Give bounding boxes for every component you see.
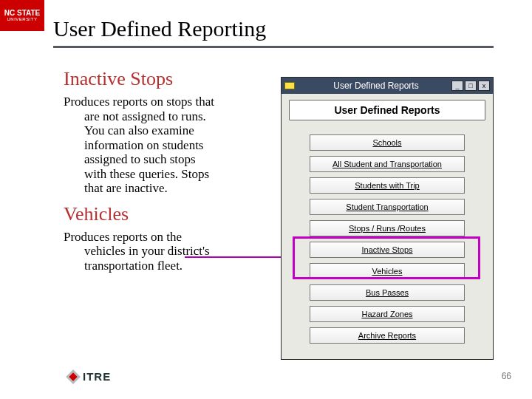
section-body-vehicles: Produces reports on the vehicles in your… <box>64 230 219 273</box>
report-item-hazard-zones[interactable]: Hazard Zones <box>310 306 465 322</box>
window-app-icon <box>284 82 295 89</box>
window-title: User Defined Reports <box>301 81 451 91</box>
report-item-inactive-stops[interactable]: Inactive Stops <box>310 242 465 258</box>
left-column: Inactive Stops Produces reports on stops… <box>64 68 263 273</box>
itre-logo-text: ITRE <box>83 370 111 383</box>
reports-list: Schools All Student and Transportation S… <box>282 126 493 359</box>
report-item-archive-reports[interactable]: Archive Reports <box>310 327 465 344</box>
section-heading-vehicles: Vehicles <box>64 203 263 225</box>
report-item-vehicles[interactable]: Vehicles <box>310 263 465 279</box>
section-heading-inactive-stops: Inactive Stops <box>64 68 263 90</box>
report-item-stops-runs-routes[interactable]: Stops / Runs /Routes <box>310 220 465 236</box>
page-number: 66 <box>502 371 511 381</box>
maximize-button[interactable]: □ <box>465 81 477 91</box>
reports-panel-header: User Defined Reports <box>289 100 485 120</box>
user-defined-reports-window: User Defined Reports _ □ x User Defined … <box>281 77 494 360</box>
minimize-button[interactable]: _ <box>451 81 463 91</box>
ncstate-logo-sub: UNIVERSITY <box>7 17 37 22</box>
ncstate-logo-name: NC STATE <box>4 9 41 17</box>
report-item-schools[interactable]: Schools <box>310 134 465 151</box>
title-underline <box>53 46 494 48</box>
ncstate-logo: NC STATE UNIVERSITY <box>0 0 44 31</box>
page-title: User Defined Reporting <box>53 16 266 41</box>
report-item-student-transportation[interactable]: Student Transportation <box>310 199 465 215</box>
itre-diamond-icon <box>66 369 81 384</box>
section-body-inactive-stops: Produces reports on stops that are not a… <box>64 95 219 196</box>
report-item-students-with-trip[interactable]: Students with Trip <box>310 177 465 194</box>
itre-logo: ITRE <box>68 370 111 383</box>
close-button[interactable]: x <box>478 81 490 91</box>
report-item-bus-passes[interactable]: Bus Passes <box>310 284 465 301</box>
window-titlebar: User Defined Reports _ □ x <box>282 78 493 94</box>
window-control-buttons: _ □ x <box>451 81 490 91</box>
report-item-all-student-transportation[interactable]: All Student and Transportation <box>310 156 465 172</box>
